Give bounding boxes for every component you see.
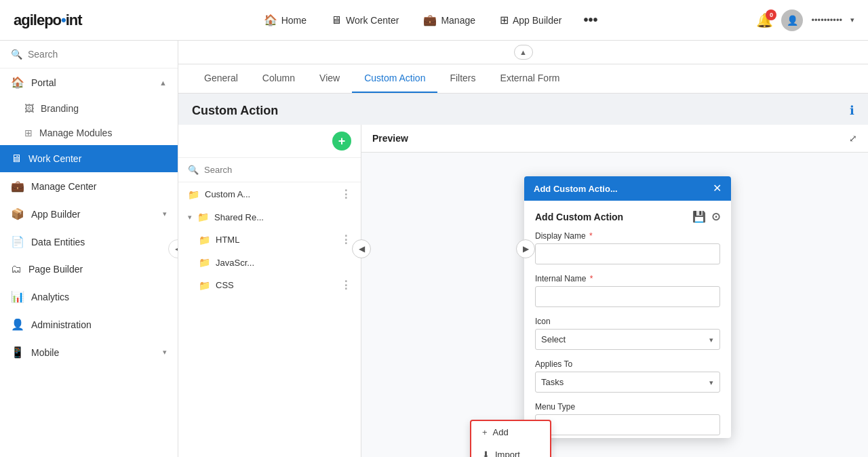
left-panel-collapse-btn[interactable]: ◀	[352, 239, 371, 258]
nav-manage-label: Manage	[441, 15, 475, 26]
nav-home[interactable]: 🏠 Home	[254, 8, 316, 32]
sidebar-search-input[interactable]	[28, 49, 167, 60]
left-panel-search-input[interactable]	[204, 165, 351, 175]
tree-item-custom-a[interactable]: 📁 Custom A... ⋮	[178, 182, 361, 206]
right-panel-header: Preview ⤢	[361, 125, 868, 153]
branding-icon: 🖼	[24, 103, 34, 114]
sidebar-portal-label: Portal	[31, 77, 56, 88]
dialog-help-icon[interactable]: ⊙	[711, 210, 720, 223]
sidebar-search-bar: 🔍	[0, 41, 178, 68]
left-panel: + 🔍 📁 Custom A... ⋮ ▾ �	[178, 125, 361, 457]
internal-name-label: Internal Name *	[535, 274, 720, 283]
tree-item-shared-re[interactable]: ▾ 📁 Shared Re...	[178, 206, 361, 228]
tab-collapse-icon: ▲	[519, 48, 527, 56]
dialog-save-icon[interactable]: 💾	[692, 210, 706, 223]
tree-custom-a-more[interactable]: ⋮	[340, 188, 351, 201]
sidebar-mobile-label: Mobile	[31, 347, 59, 358]
manage-icon: 💼	[423, 14, 437, 26]
sidebar-item-manage-center[interactable]: 💼 Manage Center	[0, 172, 178, 200]
nav-work-center-label: Work Center	[346, 15, 399, 26]
tab-filters[interactable]: Filters	[437, 64, 488, 93]
applies-to-select[interactable]: Tasks Cases Documents	[535, 372, 720, 393]
manage-modules-icon: ⊞	[24, 127, 33, 138]
nav-work-center[interactable]: 🖥 Work Center	[321, 9, 408, 32]
tree-html-more[interactable]: ⋮	[340, 233, 351, 246]
sidebar-manage-center-label: Manage Center	[31, 181, 97, 192]
add-dropdown-import[interactable]: ⬇ Import	[471, 443, 550, 457]
sidebar-item-app-builder[interactable]: 📦 App Builder ▾	[0, 200, 178, 228]
custom-action-dialog: Add Custom Actio... ✕ Add Custom Action …	[524, 176, 731, 438]
sidebar-item-mobile[interactable]: 📱 Mobile ▾	[0, 338, 178, 366]
app-builder-chevron: ▾	[163, 210, 167, 218]
nav-right: 🔔 0 👤 •••••••••• ▾	[756, 9, 854, 31]
work-center-icon: 🖥	[11, 153, 22, 165]
dialog-body: Add Custom Action 💾 ⊙ Display Name	[524, 201, 731, 438]
tab-view[interactable]: View	[307, 64, 352, 93]
notification-btn[interactable]: 🔔 0	[756, 12, 773, 28]
html-folder-icon: 📁	[199, 235, 210, 245]
sidebar-item-analytics[interactable]: 📊 Analytics	[0, 283, 178, 311]
sidebar-item-page-builder[interactable]: 🗂 Page Builder	[0, 256, 178, 283]
tree-css-more[interactable]: ⋮	[340, 279, 351, 292]
user-name: ••••••••••	[811, 15, 842, 25]
nav-manage[interactable]: 💼 Manage	[414, 8, 485, 32]
sidebar-search-icon: 🔍	[11, 49, 22, 60]
app-builder-icon: 📦	[11, 207, 24, 220]
portal-chevron: ▲	[159, 79, 167, 87]
applies-to-label: Applies To	[535, 359, 720, 369]
main-layout: 🔍 🏠 Portal ▲ 🖼 Branding ⊞ Manage Modules	[0, 41, 868, 457]
menu-type-input[interactable]	[535, 414, 720, 435]
tree-item-css[interactable]: 📁 CSS ⋮	[178, 273, 361, 297]
right-panel-collapse-btn[interactable]: ▶	[516, 239, 535, 258]
display-name-input[interactable]	[535, 243, 720, 264]
sidebar-nav: 🏠 Portal ▲ 🖼 Branding ⊞ Manage Modules 🖥…	[0, 68, 178, 457]
left-panel-search: 🔍	[178, 158, 361, 182]
internal-name-input[interactable]	[535, 286, 720, 307]
preview-expand-icon[interactable]: ⤢	[849, 133, 857, 144]
tree-item-html[interactable]: 📁 HTML ⋮	[178, 228, 361, 252]
nav-more-btn[interactable]: •••	[576, 7, 604, 33]
user-menu-chevron[interactable]: ▾	[850, 16, 854, 24]
sidebar-item-manage-modules[interactable]: ⊞ Manage Modules	[0, 121, 178, 145]
dialog-action-icons: 💾 ⊙	[692, 210, 720, 223]
folder-icon: 📁	[197, 212, 209, 222]
sidebar-item-work-center[interactable]: 🖥 Work Center	[0, 145, 178, 172]
tabs-bar: General Column View Custom Action Filter…	[178, 64, 868, 94]
page-header: Custom Action ℹ	[178, 94, 868, 125]
import-item-label: Import	[495, 450, 520, 457]
tree-item-javascr[interactable]: 📁 JavaScr...	[178, 252, 361, 273]
folder-icon: 📁	[188, 189, 199, 200]
sidebar-item-administration[interactable]: 👤 Administration	[0, 311, 178, 338]
tab-collapse-btn[interactable]: ▲	[514, 45, 533, 60]
add-dropdown-add[interactable]: + Add	[471, 421, 550, 443]
tab-column[interactable]: Column	[250, 64, 307, 93]
internal-name-required: *	[590, 274, 593, 283]
page-content: Custom Action ℹ + 🔍	[178, 94, 868, 457]
left-panel-header: +	[178, 125, 361, 158]
sidebar-item-data-entities[interactable]: 📄 Data Entities	[0, 228, 178, 256]
sidebar-item-portal[interactable]: 🏠 Portal ▲	[0, 68, 178, 96]
sidebar-page-builder-label: Page Builder	[28, 264, 83, 275]
form-group-internal-name: Internal Name *	[535, 274, 720, 307]
add-circle-btn[interactable]: +	[332, 132, 351, 151]
dialog-close-btn[interactable]: ✕	[713, 183, 722, 194]
nav-app-builder[interactable]: ⊞ App Builder	[490, 8, 571, 32]
tab-custom-action[interactable]: Custom Action	[352, 64, 437, 93]
import-item-icon: ⬇	[482, 450, 490, 457]
sidebar-analytics-label: Analytics	[31, 292, 69, 302]
user-avatar: 👤	[781, 9, 803, 31]
logo-text: agilepo•int	[14, 12, 82, 29]
form-group-menu-type: Menu Type	[535, 402, 720, 435]
add-import-dropdown: + Add ⬇ Import	[470, 420, 551, 457]
add-item-icon: +	[482, 427, 488, 437]
sidebar-item-branding[interactable]: 🖼 Branding	[0, 96, 178, 121]
content-area: ▲ General Column View Custom Action Filt…	[178, 41, 868, 457]
logo: agilepo•int	[14, 12, 82, 29]
shared-re-chevron: ▾	[188, 213, 192, 222]
tab-general[interactable]: General	[192, 64, 250, 93]
page-info-icon[interactable]: ℹ	[850, 103, 854, 118]
nav-home-label: Home	[281, 15, 307, 26]
icon-select[interactable]: Select Star Gear Edit Delete	[535, 329, 720, 350]
icon-label: Icon	[535, 317, 720, 326]
tab-external-form[interactable]: External Form	[488, 64, 572, 93]
